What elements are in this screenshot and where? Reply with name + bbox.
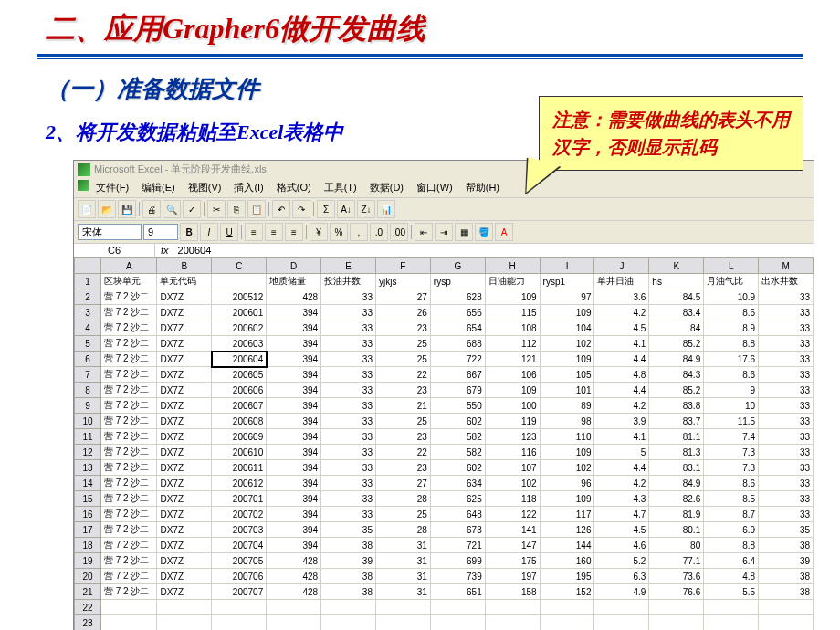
cell[interactable]: 394 xyxy=(267,522,321,538)
cell[interactable] xyxy=(267,600,321,615)
cell[interactable] xyxy=(704,600,759,615)
col-header[interactable]: L xyxy=(704,258,759,274)
cell[interactable]: 7.4 xyxy=(704,429,759,445)
cell[interactable]: 单元代码 xyxy=(157,274,212,289)
col-header[interactable]: J xyxy=(594,258,649,274)
cell[interactable]: 200705 xyxy=(212,553,267,569)
cell[interactable]: 5.5 xyxy=(704,584,759,600)
cell[interactable] xyxy=(375,615,430,631)
cell[interactable]: 31 xyxy=(375,584,430,600)
cell[interactable]: 33 xyxy=(759,336,814,352)
cell[interactable]: 23 xyxy=(375,429,430,445)
cell[interactable]: 101 xyxy=(540,383,594,398)
cell[interactable]: 152 xyxy=(540,584,594,600)
row-header[interactable]: 12 xyxy=(75,445,101,460)
cell[interactable]: 654 xyxy=(430,320,485,336)
cell[interactable]: 33 xyxy=(321,507,376,522)
cell[interactable]: 200703 xyxy=(212,522,267,538)
dec-decimal-icon[interactable]: .00 xyxy=(390,223,408,241)
cell[interactable]: 428 xyxy=(267,553,321,569)
cell[interactable]: 141 xyxy=(485,522,540,538)
cell[interactable]: 4.2 xyxy=(594,476,649,491)
cell[interactable]: 109 xyxy=(540,305,594,320)
col-header[interactable]: I xyxy=(540,258,594,274)
cell[interactable]: 33 xyxy=(321,491,376,507)
cell[interactable]: 84 xyxy=(649,320,704,336)
cell[interactable]: 8.9 xyxy=(704,320,759,336)
cell[interactable]: 200701 xyxy=(212,491,267,507)
cell[interactable]: 33 xyxy=(321,476,376,491)
cell[interactable]: 27 xyxy=(375,289,430,305)
cell[interactable]: 11.5 xyxy=(704,414,759,429)
cell[interactable]: 3.9 xyxy=(594,414,649,429)
cell[interactable]: 688 xyxy=(430,336,485,352)
cell[interactable]: 200609 xyxy=(212,429,267,445)
cell[interactable]: 104 xyxy=(540,320,594,336)
cell[interactable]: 营 7 2 沙二 xyxy=(101,305,157,320)
align-center-icon[interactable]: ≡ xyxy=(265,223,283,241)
cell[interactable]: 营 7 2 沙二 xyxy=(101,553,157,569)
cell[interactable]: 147 xyxy=(485,538,540,553)
cell[interactable]: 83.7 xyxy=(649,414,704,429)
cell[interactable]: 200707 xyxy=(212,584,267,600)
cell[interactable]: 109 xyxy=(540,445,594,460)
cell[interactable]: 699 xyxy=(430,553,485,569)
cell[interactable]: 5 xyxy=(594,445,649,460)
cell[interactable]: 营 7 2 沙二 xyxy=(101,445,157,460)
cell[interactable]: 33 xyxy=(321,320,376,336)
cell[interactable]: 38 xyxy=(321,538,376,553)
cell[interactable]: 126 xyxy=(540,522,594,538)
cell[interactable]: 5.2 xyxy=(594,553,649,569)
cell[interactable]: 营 7 2 沙二 xyxy=(101,476,157,491)
cell[interactable]: 7.3 xyxy=(704,460,759,476)
cell[interactable]: 200601 xyxy=(212,305,267,320)
cell[interactable]: 4.1 xyxy=(594,336,649,352)
cell[interactable]: 197 xyxy=(485,569,540,584)
cell[interactable]: 80.1 xyxy=(649,522,704,538)
cell[interactable]: 80 xyxy=(649,538,704,553)
cell[interactable]: 84.3 xyxy=(649,367,704,383)
cell[interactable]: 85.2 xyxy=(649,383,704,398)
cell[interactable]: 394 xyxy=(267,414,321,429)
cell[interactable]: 4.7 xyxy=(594,507,649,522)
indent-inc-icon[interactable]: ⇥ xyxy=(435,223,453,241)
cell[interactable]: 4.4 xyxy=(594,352,649,367)
cell[interactable] xyxy=(485,600,540,615)
cell[interactable]: 27 xyxy=(375,476,430,491)
fillcolor-icon[interactable]: 🪣 xyxy=(475,223,493,241)
cell[interactable]: 单井日油 xyxy=(594,274,649,289)
cell[interactable]: DX7Z xyxy=(157,553,212,569)
row-header[interactable]: 9 xyxy=(75,398,101,414)
percent-icon[interactable]: % xyxy=(330,223,348,241)
cell[interactable]: 394 xyxy=(267,476,321,491)
cell[interactable] xyxy=(704,615,759,631)
cell[interactable]: 394 xyxy=(267,398,321,414)
row-header[interactable]: 7 xyxy=(75,367,101,383)
cell[interactable]: 200704 xyxy=(212,538,267,553)
sort-asc-icon[interactable]: A↓ xyxy=(337,200,355,218)
cell[interactable]: 394 xyxy=(267,367,321,383)
cell[interactable]: DX7Z xyxy=(157,352,212,367)
redo-icon[interactable]: ↷ xyxy=(292,200,310,218)
cell[interactable]: 8.7 xyxy=(704,507,759,522)
cell[interactable]: 8.6 xyxy=(704,476,759,491)
cell[interactable]: 428 xyxy=(267,569,321,584)
cell[interactable]: 33 xyxy=(759,367,814,383)
cell[interactable]: 9 xyxy=(704,383,759,398)
cell[interactable]: rysp xyxy=(430,274,485,289)
col-header[interactable]: D xyxy=(267,258,321,274)
cell[interactable]: 739 xyxy=(430,569,485,584)
cell[interactable]: 31 xyxy=(375,553,430,569)
cell[interactable]: 200602 xyxy=(212,320,267,336)
cell[interactable]: 8.5 xyxy=(704,491,759,507)
cell[interactable]: 110 xyxy=(540,429,594,445)
comma-icon[interactable]: , xyxy=(350,223,368,241)
cell[interactable]: 营 7 2 沙二 xyxy=(101,569,157,584)
cell[interactable]: 3.6 xyxy=(594,289,649,305)
cell[interactable] xyxy=(540,600,594,615)
open-icon[interactable]: 📂 xyxy=(98,200,116,218)
cell[interactable]: 38 xyxy=(759,584,814,600)
row-header[interactable]: 15 xyxy=(75,491,101,507)
cell[interactable]: 550 xyxy=(430,398,485,414)
cell[interactable]: 105 xyxy=(540,367,594,383)
